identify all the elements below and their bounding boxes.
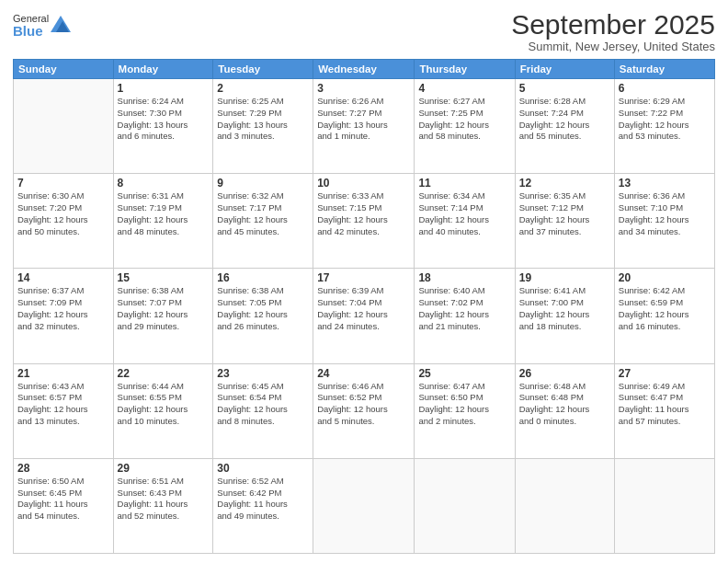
day-info: Sunrise: 6:30 AM Sunset: 7:20 PM Dayligh… <box>17 190 109 237</box>
day-number: 7 <box>17 177 109 190</box>
day-number: 29 <box>118 462 210 475</box>
day-info: Sunrise: 6:40 AM Sunset: 7:02 PM Dayligh… <box>418 285 510 332</box>
day-number: 6 <box>619 82 711 95</box>
day-number: 24 <box>317 367 410 380</box>
logo-icon <box>51 16 71 32</box>
table-row: 7Sunrise: 6:30 AM Sunset: 7:20 PM Daylig… <box>14 174 114 269</box>
day-number: 10 <box>317 177 410 190</box>
day-info: Sunrise: 6:33 AM Sunset: 7:15 PM Dayligh… <box>317 190 410 237</box>
month-title: September 2025 <box>511 9 715 40</box>
calendar-week-row: 28Sunrise: 6:50 AM Sunset: 6:45 PM Dayli… <box>14 458 715 553</box>
day-number: 17 <box>317 271 410 284</box>
col-friday: Friday <box>515 60 614 79</box>
day-info: Sunrise: 6:32 AM Sunset: 7:17 PM Dayligh… <box>217 190 309 237</box>
table-row: 30Sunrise: 6:52 AM Sunset: 6:42 PM Dayli… <box>213 458 313 553</box>
table-row: 8Sunrise: 6:31 AM Sunset: 7:19 PM Daylig… <box>113 174 213 269</box>
table-row: 17Sunrise: 6:39 AM Sunset: 7:04 PM Dayli… <box>313 269 415 363</box>
calendar-week-row: 1Sunrise: 6:24 AM Sunset: 7:30 PM Daylig… <box>14 79 715 174</box>
day-number: 5 <box>519 82 610 95</box>
table-row: 10Sunrise: 6:33 AM Sunset: 7:15 PM Dayli… <box>313 174 415 269</box>
day-info: Sunrise: 6:35 AM Sunset: 7:12 PM Dayligh… <box>519 190 610 237</box>
location-subtitle: Summit, New Jersey, United States <box>511 40 715 53</box>
calendar-header-row: Sunday Monday Tuesday Wednesday Thursday… <box>14 60 715 79</box>
table-row: 6Sunrise: 6:29 AM Sunset: 7:22 PM Daylig… <box>614 79 714 174</box>
table-row: 27Sunrise: 6:49 AM Sunset: 6:47 PM Dayli… <box>614 363 714 458</box>
day-number: 11 <box>418 177 510 190</box>
day-number: 27 <box>619 367 711 380</box>
day-info: Sunrise: 6:46 AM Sunset: 6:52 PM Dayligh… <box>317 381 410 428</box>
table-row: 20Sunrise: 6:42 AM Sunset: 6:59 PM Dayli… <box>614 269 714 363</box>
table-row: 11Sunrise: 6:34 AM Sunset: 7:14 PM Dayli… <box>415 174 515 269</box>
day-info: Sunrise: 6:44 AM Sunset: 6:55 PM Dayligh… <box>118 381 210 428</box>
table-row: 24Sunrise: 6:46 AM Sunset: 6:52 PM Dayli… <box>313 363 415 458</box>
table-row <box>415 458 515 553</box>
day-info: Sunrise: 6:47 AM Sunset: 6:50 PM Dayligh… <box>418 381 510 428</box>
day-number: 26 <box>519 367 610 380</box>
day-info: Sunrise: 6:48 AM Sunset: 6:48 PM Dayligh… <box>519 381 610 428</box>
col-thursday: Thursday <box>415 60 515 79</box>
day-number: 1 <box>118 82 210 95</box>
col-wednesday: Wednesday <box>313 60 415 79</box>
table-row: 2Sunrise: 6:25 AM Sunset: 7:29 PM Daylig… <box>213 79 313 174</box>
table-row: 25Sunrise: 6:47 AM Sunset: 6:50 PM Dayli… <box>415 363 515 458</box>
table-row: 3Sunrise: 6:26 AM Sunset: 7:27 PM Daylig… <box>313 79 415 174</box>
table-row: 22Sunrise: 6:44 AM Sunset: 6:55 PM Dayli… <box>113 363 213 458</box>
table-row: 1Sunrise: 6:24 AM Sunset: 7:30 PM Daylig… <box>113 79 213 174</box>
day-info: Sunrise: 6:45 AM Sunset: 6:54 PM Dayligh… <box>217 381 309 428</box>
day-number: 22 <box>118 367 210 380</box>
day-info: Sunrise: 6:50 AM Sunset: 6:45 PM Dayligh… <box>17 476 109 523</box>
day-info: Sunrise: 6:38 AM Sunset: 7:07 PM Dayligh… <box>118 285 210 332</box>
col-tuesday: Tuesday <box>213 60 313 79</box>
day-info: Sunrise: 6:31 AM Sunset: 7:19 PM Dayligh… <box>118 190 210 237</box>
day-info: Sunrise: 6:49 AM Sunset: 6:47 PM Dayligh… <box>619 381 711 428</box>
table-row: 12Sunrise: 6:35 AM Sunset: 7:12 PM Dayli… <box>515 174 614 269</box>
day-number: 30 <box>217 462 309 475</box>
day-number: 28 <box>17 462 109 475</box>
day-info: Sunrise: 6:39 AM Sunset: 7:04 PM Dayligh… <box>317 285 410 332</box>
col-sunday: Sunday <box>14 60 114 79</box>
col-saturday: Saturday <box>614 60 714 79</box>
table-row: 13Sunrise: 6:36 AM Sunset: 7:10 PM Dayli… <box>614 174 714 269</box>
day-info: Sunrise: 6:51 AM Sunset: 6:43 PM Dayligh… <box>118 476 210 523</box>
day-info: Sunrise: 6:24 AM Sunset: 7:30 PM Dayligh… <box>118 96 210 143</box>
day-info: Sunrise: 6:25 AM Sunset: 7:29 PM Dayligh… <box>217 96 309 143</box>
table-row <box>614 458 714 553</box>
day-number: 19 <box>519 271 610 284</box>
day-number: 18 <box>418 271 510 284</box>
day-number: 4 <box>418 82 510 95</box>
day-info: Sunrise: 6:34 AM Sunset: 7:14 PM Dayligh… <box>418 190 510 237</box>
day-info: Sunrise: 6:52 AM Sunset: 6:42 PM Dayligh… <box>217 476 309 523</box>
table-row <box>14 79 114 174</box>
col-monday: Monday <box>113 60 213 79</box>
day-number: 14 <box>17 271 109 284</box>
logo: General Blue <box>13 13 71 40</box>
table-row: 23Sunrise: 6:45 AM Sunset: 6:54 PM Dayli… <box>213 363 313 458</box>
day-info: Sunrise: 6:41 AM Sunset: 7:00 PM Dayligh… <box>519 285 610 332</box>
table-row: 26Sunrise: 6:48 AM Sunset: 6:48 PM Dayli… <box>515 363 614 458</box>
day-number: 15 <box>118 271 210 284</box>
day-info: Sunrise: 6:36 AM Sunset: 7:10 PM Dayligh… <box>619 190 711 237</box>
calendar-week-row: 21Sunrise: 6:43 AM Sunset: 6:57 PM Dayli… <box>14 363 715 458</box>
day-number: 3 <box>317 82 410 95</box>
table-row: 15Sunrise: 6:38 AM Sunset: 7:07 PM Dayli… <box>113 269 213 363</box>
header: General Blue September 2025 Summit, New … <box>13 9 715 53</box>
day-number: 20 <box>619 271 711 284</box>
day-info: Sunrise: 6:43 AM Sunset: 6:57 PM Dayligh… <box>17 381 109 428</box>
day-info: Sunrise: 6:38 AM Sunset: 7:05 PM Dayligh… <box>217 285 309 332</box>
title-block: September 2025 Summit, New Jersey, Unite… <box>511 9 715 53</box>
table-row: 16Sunrise: 6:38 AM Sunset: 7:05 PM Dayli… <box>213 269 313 363</box>
table-row: 19Sunrise: 6:41 AM Sunset: 7:00 PM Dayli… <box>515 269 614 363</box>
day-number: 13 <box>619 177 711 190</box>
day-number: 23 <box>217 367 309 380</box>
day-number: 16 <box>217 271 309 284</box>
table-row: 18Sunrise: 6:40 AM Sunset: 7:02 PM Dayli… <box>415 269 515 363</box>
day-number: 9 <box>217 177 309 190</box>
table-row: 29Sunrise: 6:51 AM Sunset: 6:43 PM Dayli… <box>113 458 213 553</box>
day-info: Sunrise: 6:27 AM Sunset: 7:25 PM Dayligh… <box>418 96 510 143</box>
calendar-table: Sunday Monday Tuesday Wednesday Thursday… <box>13 59 715 554</box>
day-number: 12 <box>519 177 610 190</box>
calendar-week-row: 14Sunrise: 6:37 AM Sunset: 7:09 PM Dayli… <box>14 269 715 363</box>
day-info: Sunrise: 6:28 AM Sunset: 7:24 PM Dayligh… <box>519 96 610 143</box>
day-info: Sunrise: 6:42 AM Sunset: 6:59 PM Dayligh… <box>619 285 711 332</box>
logo-text: General Blue <box>13 13 49 40</box>
